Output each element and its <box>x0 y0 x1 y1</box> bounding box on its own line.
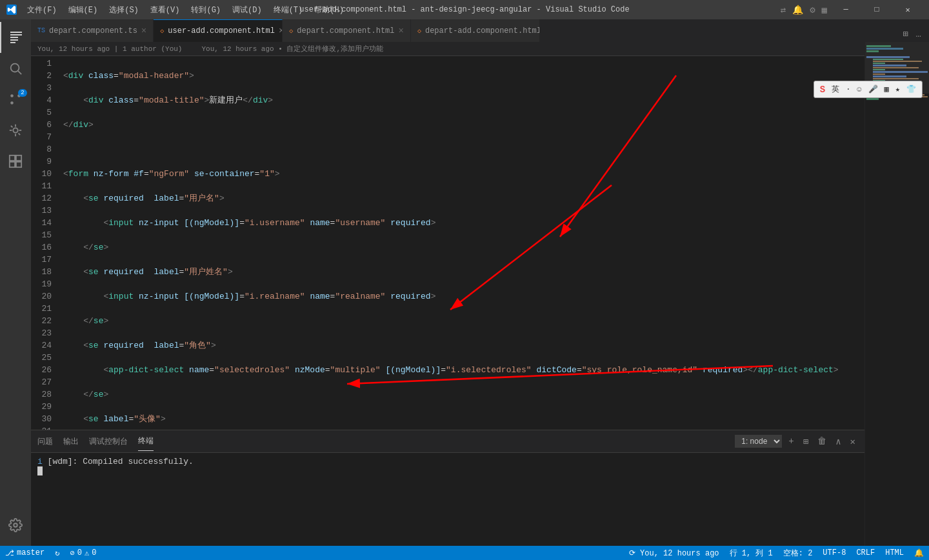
code-editor[interactable]: You, 12 hours ago | 1 author (You) You, … <box>31 42 864 546</box>
encoding[interactable]: UTF-8 <box>817 546 851 560</box>
activity-extensions[interactable] <box>0 146 31 177</box>
svg-point-4 <box>10 94 14 97</box>
new-terminal-btn[interactable]: + <box>786 434 796 449</box>
tab-depart-add-html[interactable]: ◇ depart-add.component.html × <box>411 19 540 42</box>
split-editor-btn[interactable]: ⊞ <box>900 26 910 42</box>
kill-terminal-btn[interactable]: 🗑 <box>815 434 829 449</box>
html-icon-active: ◇ <box>160 27 164 35</box>
ime-mode[interactable]: 英 <box>830 83 841 96</box>
more-actions-btn[interactable]: … <box>914 26 924 42</box>
title-bar-left: 文件(F) 编辑(E) 选择(S) 查看(V) 转到(G) 调试(D) 终端(T… <box>6 3 349 17</box>
svg-line-9 <box>19 134 21 135</box>
panel-tab-problems[interactable]: 问题 <box>37 432 53 451</box>
main-layout: TS depart.component.ts × ◇ user-add.comp… <box>31 19 929 546</box>
activity-settings[interactable] <box>0 510 31 541</box>
panel-tab-debug[interactable]: 调试控制台 <box>89 432 128 451</box>
git-blame-info: You, 12 hours ago | 1 author (You) <box>37 45 182 53</box>
notifications-icon[interactable]: 🔔 <box>790 2 806 18</box>
ime-toolbar[interactable]: S 英 · ☺ 🎤 ▦ ★ 👕 <box>814 81 923 98</box>
ime-voice[interactable]: 🎤 <box>866 83 880 95</box>
error-count: 0 <box>77 548 82 557</box>
menu-edit[interactable]: 编辑(E) <box>63 3 103 17</box>
ime-emoji[interactable]: ☺ <box>855 84 863 95</box>
svg-rect-13 <box>16 155 21 161</box>
git-blame-status[interactable]: ⟳ You, 12 hours ago <box>624 546 724 560</box>
activity-git[interactable]: 2 <box>0 84 31 115</box>
activity-search[interactable] <box>0 53 31 84</box>
ts-icon: TS <box>37 27 45 34</box>
bell-icon: 🔔 <box>914 548 924 558</box>
split-terminal-btn[interactable]: ⊞ <box>801 434 811 450</box>
menu-view[interactable]: 查看(V) <box>145 3 185 17</box>
language-mode[interactable]: HTML <box>880 546 909 560</box>
ime-star[interactable]: ★ <box>894 83 902 95</box>
indentation[interactable]: 空格: 2 <box>778 546 818 560</box>
menu-file[interactable]: 文件(F) <box>22 3 62 17</box>
svg-line-1 <box>18 71 21 74</box>
status-bar: ⎇ master ↻ ⊘ 0 ⚠ 0 ⟳ You, 12 hours ago 行… <box>0 546 929 560</box>
git-branch[interactable]: ⎇ master <box>0 546 50 560</box>
encoding-text: UTF-8 <box>823 548 846 557</box>
svg-rect-14 <box>10 162 15 167</box>
code-lines: <div class="modal-header"> <div class="m… <box>57 56 864 430</box>
line-ending-text: CRLF <box>856 548 875 557</box>
status-left: ⎇ master ↻ ⊘ 0 ⚠ 0 <box>0 546 101 560</box>
terminal-text: [wdm]: Compiled successfully. <box>48 457 194 466</box>
panel-tab-terminal[interactable]: 终端 <box>138 432 154 451</box>
svg-point-5 <box>13 128 17 132</box>
svg-rect-12 <box>10 155 15 161</box>
notification-bell[interactable]: 🔔 <box>909 546 929 560</box>
close-tab-depart-html[interactable]: × <box>399 26 404 36</box>
minimize-button[interactable]: ─ <box>831 0 861 19</box>
line-13: <app-dict-select name="selectedroles" nz… <box>63 364 864 376</box>
title-bar-controls[interactable]: ⇄ 🔔 ⚙ ▦ ─ □ ✕ <box>778 0 923 19</box>
tab-depart-html[interactable]: ◇ depart.component.html × <box>283 19 411 42</box>
errors-count[interactable]: ⊘ 0 ⚠ 0 <box>65 546 101 560</box>
terminal-cursor-line <box>37 466 858 475</box>
terminal-content[interactable]: i [wdm]: Compiled successfully. <box>31 453 864 546</box>
activity-explorer[interactable] <box>0 22 31 53</box>
line-12: <se required label="角色"> <box>63 339 864 352</box>
git-commit-message: You, 12 hours ago • 自定义组件修改,添加用户功能 <box>201 44 383 54</box>
status-right: ⟳ You, 12 hours ago 行 1, 列 1 空格: 2 UTF-8… <box>624 546 929 560</box>
activity-debug[interactable] <box>0 115 31 146</box>
maximize-panel-btn[interactable]: ∧ <box>833 434 843 450</box>
ime-grid[interactable]: ▦ <box>883 83 891 95</box>
position-text: 行 1, 列 1 <box>730 548 773 559</box>
line-ending[interactable]: CRLF <box>851 546 880 560</box>
line-1: <div class="modal-header"> <box>63 70 864 82</box>
panel-tab-output[interactable]: 输出 <box>63 432 79 451</box>
tab-depart-ts[interactable]: TS depart.component.ts × <box>31 19 154 42</box>
menu-selection[interactable]: 选择(S) <box>104 3 144 17</box>
close-panel-btn[interactable]: ✕ <box>848 434 858 450</box>
line-3: </div> <box>63 119 864 131</box>
remote-icon[interactable]: ⇄ <box>778 2 788 18</box>
menu-debug[interactable]: 调试(D) <box>227 3 267 17</box>
ime-shirt[interactable]: 👕 <box>904 83 918 95</box>
line-numbers: 12345 678910 1112131415 1617181920 21222… <box>31 56 57 430</box>
activity-bar: 2 <box>0 19 31 546</box>
terminal-selector[interactable]: 1: node <box>735 435 782 448</box>
ime-punctuation[interactable]: · <box>844 84 852 95</box>
cursor-position[interactable]: 行 1, 列 1 <box>724 546 778 560</box>
line-7: <input nz-input [(ngModel)]="i.username"… <box>63 217 864 229</box>
editor-area: You, 12 hours ago | 1 author (You) You, … <box>31 42 929 546</box>
git-branch-name: master <box>17 548 45 557</box>
svg-line-8 <box>11 126 13 128</box>
language-text: HTML <box>885 548 904 557</box>
vscode-icon <box>6 5 17 15</box>
tab-user-add[interactable]: ◇ user-add.component.html × <box>154 19 283 42</box>
layout-icon[interactable]: ▦ <box>819 2 830 18</box>
settings-icon[interactable]: ⚙ <box>807 2 817 18</box>
code-content[interactable]: 12345 678910 1112131415 1617181920 21222… <box>31 56 864 430</box>
tab-label-depart-ts: depart.component.ts <box>49 26 137 35</box>
close-button[interactable]: ✕ <box>893 0 923 19</box>
svg-point-0 <box>11 64 19 72</box>
close-tab-depart-ts[interactable]: × <box>141 26 146 36</box>
line-6: <se required label="用户名"> <box>63 192 864 205</box>
minimap[interactable] <box>864 42 929 546</box>
maximize-button[interactable]: □ <box>862 0 892 19</box>
menu-goto[interactable]: 转到(G) <box>186 3 226 17</box>
tab-label-user-add: user-add.component.html <box>168 26 275 35</box>
sync-button[interactable]: ↻ <box>50 546 65 560</box>
